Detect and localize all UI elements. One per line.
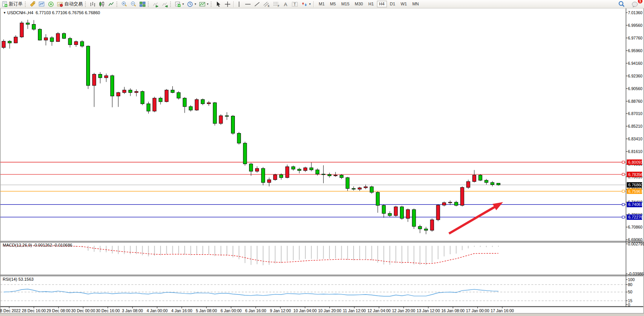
price-badge-6.75967: 6.75967 bbox=[627, 189, 643, 194]
timeframe-button-M1[interactable]: M1 bbox=[316, 1, 327, 7]
candle bbox=[400, 206, 404, 220]
notifications-button[interactable]: 1 bbox=[630, 0, 640, 8]
time-axis-label: 6 Jan 16:00 bbox=[245, 308, 266, 313]
chevron-down-icon: ▾ bbox=[182, 2, 184, 6]
timeframe-button-M15[interactable]: M15 bbox=[339, 1, 352, 7]
timeframe-button-W1[interactable]: W1 bbox=[398, 1, 410, 7]
chevron-down-icon: ▾ bbox=[309, 2, 311, 6]
text-tool-button[interactable]: A bbox=[282, 0, 290, 8]
time-axis-label: 4 Jan 00:00 bbox=[147, 308, 168, 313]
toolbar-right-group: 1 bbox=[617, 0, 644, 8]
price-axis-label: 6.94160 bbox=[628, 61, 642, 66]
candle-body-down bbox=[261, 168, 265, 183]
indicators-button[interactable]: ▾ bbox=[173, 0, 185, 8]
text-icon: A bbox=[283, 1, 288, 7]
price-badge-6.76860: 6.76860 bbox=[627, 182, 643, 188]
auto-scroll-button[interactable] bbox=[151, 0, 160, 8]
chat-bubble-icon bbox=[632, 1, 639, 7]
line-handle[interactable] bbox=[622, 161, 624, 163]
time-axis-label: 9 Jan 12:00 bbox=[270, 308, 291, 313]
candle bbox=[195, 98, 198, 111]
candlestick-chart-icon bbox=[99, 1, 105, 7]
candle-body-up bbox=[165, 90, 168, 102]
time-axis-label: 10 Jan 04:00 bbox=[293, 308, 317, 313]
candle-body-up bbox=[195, 100, 198, 110]
trendline-tool-button[interactable] bbox=[252, 0, 262, 8]
price-axis-label: 7.01360 bbox=[628, 10, 642, 15]
candle-body-up bbox=[334, 175, 337, 176]
signals-button[interactable] bbox=[46, 0, 56, 8]
toolbar-grip bbox=[116, 2, 119, 7]
bar-chart-button[interactable] bbox=[88, 0, 97, 8]
candle-body-down bbox=[352, 189, 356, 189]
candle-body-down bbox=[201, 100, 205, 104]
candle-body-down bbox=[370, 187, 374, 193]
candlestick-chart-button[interactable] bbox=[97, 0, 107, 8]
timeframe-button-H4[interactable]: H4 bbox=[377, 1, 387, 7]
candle-body-down bbox=[147, 104, 150, 111]
equidistant-channel-tool-button[interactable]: E bbox=[262, 0, 272, 8]
zoom-in-icon bbox=[121, 1, 127, 7]
horizontal-line-tool-button[interactable] bbox=[243, 0, 252, 8]
candle-body-down bbox=[412, 210, 416, 227]
text-label-tool-button[interactable]: T bbox=[290, 0, 300, 8]
line-handle[interactable] bbox=[622, 216, 624, 218]
new-chart-button[interactable] bbox=[37, 0, 46, 8]
timeframe-button-M5[interactable]: M5 bbox=[328, 1, 338, 7]
candle-body-down bbox=[225, 116, 229, 117]
vertical-line-tool-button[interactable] bbox=[235, 0, 243, 8]
candle-body-down bbox=[129, 90, 132, 92]
tile-windows-button[interactable] bbox=[138, 0, 147, 8]
templates-button[interactable]: ▾ bbox=[198, 0, 210, 8]
candle-body-down bbox=[26, 23, 29, 25]
tile-windows-icon bbox=[139, 1, 146, 7]
arrows-tool-button[interactable]: ▾ bbox=[300, 0, 312, 8]
trendline-icon bbox=[254, 1, 260, 7]
chart-title-bar[interactable]: ▼ USDCNH-,H4 6.77103 6.77106 6.76756 6.7… bbox=[3, 10, 100, 15]
timeframe-button-D1[interactable]: D1 bbox=[388, 1, 398, 7]
search-button[interactable] bbox=[617, 0, 626, 8]
chart-shift-button[interactable] bbox=[160, 0, 169, 8]
candle-body-up bbox=[274, 175, 277, 180]
line-handle[interactable] bbox=[622, 203, 624, 206]
rsi-indicator-label: RSI(14) 53.1563 bbox=[3, 277, 34, 281]
price-badge-6.72276: 6.72276 bbox=[627, 214, 643, 220]
cursor-tool-button[interactable] bbox=[214, 0, 223, 8]
toolbar-grip bbox=[211, 2, 213, 7]
signal-icon bbox=[48, 1, 54, 7]
candle-body-down bbox=[141, 92, 144, 104]
zoom-out-button[interactable] bbox=[129, 0, 138, 8]
price-badge-text: 6.78356 bbox=[628, 172, 643, 177]
crosshair-tool-button[interactable] bbox=[223, 0, 232, 8]
line-chart-button[interactable] bbox=[107, 0, 116, 8]
time-axis-label: 17 Jan 00:00 bbox=[466, 308, 489, 313]
toolbar-grip bbox=[148, 2, 150, 7]
candle bbox=[478, 174, 482, 181]
candle-body-up bbox=[406, 210, 410, 219]
chart-window bbox=[0, 8, 644, 313]
fibonacci-tool-button[interactable]: F bbox=[272, 0, 282, 8]
price-badge-text: 6.74067 bbox=[628, 202, 643, 207]
price-badge-text: 6.76860 bbox=[628, 183, 643, 187]
zoom-in-button[interactable] bbox=[120, 0, 129, 8]
strategy-tester-button[interactable] bbox=[28, 0, 37, 8]
price-axis-label: 6.83410 bbox=[628, 137, 642, 141]
auto-trading-button[interactable]: 自动交易 bbox=[56, 0, 84, 8]
candle bbox=[274, 174, 277, 181]
candle-body-down bbox=[87, 46, 90, 86]
new-order-button[interactable]: 新订单 bbox=[0, 0, 24, 8]
time-axis-label: 28 Dec 16:00 bbox=[22, 308, 46, 313]
timeframe-button-H1[interactable]: H1 bbox=[366, 1, 376, 7]
new-order-label: 新订单 bbox=[9, 1, 23, 7]
chevron-down-icon: ▾ bbox=[195, 2, 196, 6]
timeframe-button-M30[interactable]: M30 bbox=[352, 1, 365, 7]
line-handle[interactable] bbox=[622, 190, 624, 193]
candle-body-down bbox=[243, 143, 247, 164]
horizontal-line-icon bbox=[245, 1, 251, 7]
chart-dropdown-icon[interactable]: ▼ bbox=[3, 11, 6, 15]
candle bbox=[87, 45, 90, 89]
line-handle[interactable] bbox=[622, 173, 624, 176]
toolbar-separator bbox=[233, 1, 234, 7]
timeframe-button-MN[interactable]: MN bbox=[410, 1, 421, 7]
periods-button[interactable]: ▾ bbox=[185, 0, 198, 8]
